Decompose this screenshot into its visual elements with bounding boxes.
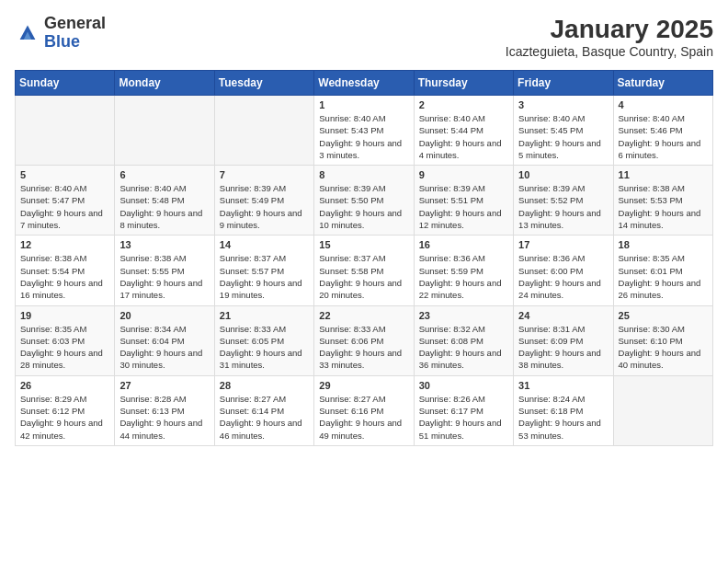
day-number: 17 <box>518 239 608 250</box>
day-info: Sunrise: 8:39 AMSunset: 5:51 PMDaylight:… <box>419 182 508 231</box>
day-info: Sunrise: 8:39 AMSunset: 5:50 PMDaylight:… <box>319 182 408 231</box>
day-info: Sunrise: 8:40 AMSunset: 5:43 PMDaylight:… <box>319 112 408 161</box>
day-info: Sunrise: 8:38 AMSunset: 5:55 PMDaylight:… <box>119 252 209 301</box>
day-info: Sunrise: 8:29 AMSunset: 6:12 PMDaylight:… <box>20 393 109 442</box>
day-number: 2 <box>419 99 508 110</box>
calendar-cell: 17Sunrise: 8:36 AMSunset: 6:00 PMDayligh… <box>514 236 613 305</box>
day-number: 13 <box>119 239 209 250</box>
day-number: 8 <box>319 169 408 180</box>
title-block: January 2025 Icazteguieta, Basque Countr… <box>506 15 713 59</box>
calendar-week-3: 12Sunrise: 8:38 AMSunset: 5:54 PMDayligh… <box>16 236 713 305</box>
day-info: Sunrise: 8:37 AMSunset: 5:58 PMDaylight:… <box>319 252 408 301</box>
calendar-week-2: 5Sunrise: 8:40 AMSunset: 5:47 PMDaylight… <box>16 166 713 236</box>
day-number: 15 <box>319 239 408 250</box>
day-number: 22 <box>319 310 408 321</box>
day-info: Sunrise: 8:38 AMSunset: 5:53 PMDaylight:… <box>619 182 708 231</box>
calendar-cell: 27Sunrise: 8:28 AMSunset: 6:13 PMDayligh… <box>115 375 214 445</box>
day-number: 30 <box>419 380 508 391</box>
day-number: 19 <box>20 310 109 321</box>
calendar-header-sunday: Sunday <box>16 71 115 96</box>
logo: General Blue <box>15 15 106 52</box>
day-number: 7 <box>220 169 309 180</box>
day-info: Sunrise: 8:28 AMSunset: 6:13 PMDaylight:… <box>119 393 209 442</box>
day-number: 3 <box>518 99 608 110</box>
calendar-cell: 26Sunrise: 8:29 AMSunset: 6:12 PMDayligh… <box>16 375 115 445</box>
day-number: 28 <box>220 380 309 391</box>
calendar-cell: 24Sunrise: 8:31 AMSunset: 6:09 PMDayligh… <box>514 305 613 375</box>
page-title: January 2025 <box>506 15 713 44</box>
day-info: Sunrise: 8:33 AMSunset: 6:05 PMDaylight:… <box>220 323 309 372</box>
calendar-cell: 18Sunrise: 8:35 AMSunset: 6:01 PMDayligh… <box>613 236 712 305</box>
calendar-cell: 14Sunrise: 8:37 AMSunset: 5:57 PMDayligh… <box>214 236 313 305</box>
day-info: Sunrise: 8:39 AMSunset: 5:52 PMDaylight:… <box>518 182 608 231</box>
calendar-cell: 12Sunrise: 8:38 AMSunset: 5:54 PMDayligh… <box>16 236 115 305</box>
logo-blue-text: Blue <box>44 32 80 51</box>
calendar-cell: 30Sunrise: 8:26 AMSunset: 6:17 PMDayligh… <box>414 375 513 445</box>
calendar-cell: 31Sunrise: 8:24 AMSunset: 6:18 PMDayligh… <box>514 375 613 445</box>
day-info: Sunrise: 8:36 AMSunset: 6:00 PMDaylight:… <box>518 252 608 301</box>
day-number: 31 <box>518 380 608 391</box>
day-info: Sunrise: 8:24 AMSunset: 6:18 PMDaylight:… <box>518 393 608 442</box>
calendar-cell: 7Sunrise: 8:39 AMSunset: 5:49 PMDaylight… <box>214 166 313 236</box>
day-number: 21 <box>220 310 309 321</box>
day-info: Sunrise: 8:33 AMSunset: 6:06 PMDaylight:… <box>319 323 408 372</box>
calendar-cell: 29Sunrise: 8:27 AMSunset: 6:16 PMDayligh… <box>314 375 414 445</box>
day-number: 29 <box>319 380 408 391</box>
calendar-header-friday: Friday <box>514 71 613 96</box>
day-number: 10 <box>518 169 608 180</box>
day-info: Sunrise: 8:40 AMSunset: 5:45 PMDaylight:… <box>518 112 608 161</box>
calendar-table: SundayMondayTuesdayWednesdayThursdayFrid… <box>15 70 713 446</box>
calendar-cell: 28Sunrise: 8:27 AMSunset: 6:14 PMDayligh… <box>214 375 313 445</box>
calendar-cell <box>613 375 712 445</box>
day-number: 6 <box>119 169 209 180</box>
day-number: 12 <box>20 239 109 250</box>
day-number: 5 <box>20 169 109 180</box>
calendar-cell <box>16 96 115 166</box>
calendar-cell: 3Sunrise: 8:40 AMSunset: 5:45 PMDaylight… <box>514 96 613 166</box>
calendar-cell <box>115 96 214 166</box>
calendar-cell <box>214 96 313 166</box>
day-number: 9 <box>419 169 508 180</box>
page-subtitle: Icazteguieta, Basque Country, Spain <box>506 44 713 59</box>
day-info: Sunrise: 8:26 AMSunset: 6:17 PMDaylight:… <box>419 393 508 442</box>
day-info: Sunrise: 8:39 AMSunset: 5:49 PMDaylight:… <box>220 182 309 231</box>
calendar-header-row: SundayMondayTuesdayWednesdayThursdayFrid… <box>16 71 713 96</box>
calendar-week-4: 19Sunrise: 8:35 AMSunset: 6:03 PMDayligh… <box>16 305 713 375</box>
page-header: General Blue January 2025 Icazteguieta, … <box>15 15 713 59</box>
day-number: 24 <box>518 310 608 321</box>
day-number: 4 <box>619 99 708 110</box>
day-info: Sunrise: 8:40 AMSunset: 5:46 PMDaylight:… <box>619 112 708 161</box>
day-info: Sunrise: 8:40 AMSunset: 5:44 PMDaylight:… <box>419 112 508 161</box>
calendar-cell: 19Sunrise: 8:35 AMSunset: 6:03 PMDayligh… <box>16 305 115 375</box>
day-info: Sunrise: 8:40 AMSunset: 5:48 PMDaylight:… <box>119 182 209 231</box>
calendar-cell: 11Sunrise: 8:38 AMSunset: 5:53 PMDayligh… <box>613 166 712 236</box>
day-number: 27 <box>119 380 209 391</box>
day-info: Sunrise: 8:31 AMSunset: 6:09 PMDaylight:… <box>518 323 608 372</box>
logo-icon <box>15 20 40 46</box>
day-info: Sunrise: 8:40 AMSunset: 5:47 PMDaylight:… <box>20 182 109 231</box>
calendar-cell: 8Sunrise: 8:39 AMSunset: 5:50 PMDaylight… <box>314 166 414 236</box>
calendar-cell: 1Sunrise: 8:40 AMSunset: 5:43 PMDaylight… <box>314 96 414 166</box>
calendar-cell: 16Sunrise: 8:36 AMSunset: 5:59 PMDayligh… <box>414 236 513 305</box>
calendar-header-wednesday: Wednesday <box>314 71 414 96</box>
day-info: Sunrise: 8:27 AMSunset: 6:16 PMDaylight:… <box>319 393 408 442</box>
calendar-cell: 25Sunrise: 8:30 AMSunset: 6:10 PMDayligh… <box>613 305 712 375</box>
calendar-cell: 22Sunrise: 8:33 AMSunset: 6:06 PMDayligh… <box>314 305 414 375</box>
day-number: 23 <box>419 310 508 321</box>
calendar-week-5: 26Sunrise: 8:29 AMSunset: 6:12 PMDayligh… <box>16 375 713 445</box>
day-number: 25 <box>619 310 708 321</box>
calendar-cell: 21Sunrise: 8:33 AMSunset: 6:05 PMDayligh… <box>214 305 313 375</box>
day-number: 18 <box>619 239 708 250</box>
calendar-cell: 20Sunrise: 8:34 AMSunset: 6:04 PMDayligh… <box>115 305 214 375</box>
day-info: Sunrise: 8:30 AMSunset: 6:10 PMDaylight:… <box>619 323 708 372</box>
calendar-cell: 5Sunrise: 8:40 AMSunset: 5:47 PMDaylight… <box>16 166 115 236</box>
day-info: Sunrise: 8:27 AMSunset: 6:14 PMDaylight:… <box>220 393 309 442</box>
day-info: Sunrise: 8:32 AMSunset: 6:08 PMDaylight:… <box>419 323 508 372</box>
calendar-cell: 9Sunrise: 8:39 AMSunset: 5:51 PMDaylight… <box>414 166 513 236</box>
day-info: Sunrise: 8:36 AMSunset: 5:59 PMDaylight:… <box>419 252 508 301</box>
calendar-cell: 6Sunrise: 8:40 AMSunset: 5:48 PMDaylight… <box>115 166 214 236</box>
logo-general-text: General <box>44 14 106 32</box>
calendar-cell: 10Sunrise: 8:39 AMSunset: 5:52 PMDayligh… <box>514 166 613 236</box>
day-info: Sunrise: 8:38 AMSunset: 5:54 PMDaylight:… <box>20 252 109 301</box>
calendar-cell: 13Sunrise: 8:38 AMSunset: 5:55 PMDayligh… <box>115 236 214 305</box>
